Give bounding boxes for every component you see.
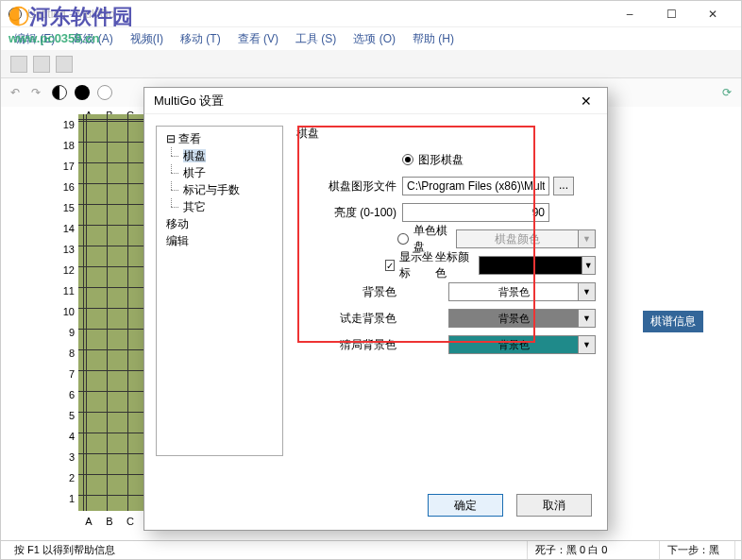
dialog-title: MultiGo 设置 — [154, 93, 224, 110]
menu-options[interactable]: 选项 (O) — [346, 29, 403, 49]
menu-advanced[interactable]: 高级 (A) — [64, 29, 120, 49]
radio-mono-board[interactable] — [397, 233, 408, 245]
trial-bg-dropdown[interactable]: ▼ — [579, 309, 596, 328]
dialog-footer: 确定 取消 — [144, 484, 607, 526]
browse-button[interactable]: ... — [553, 177, 574, 195]
radio-graphic-board[interactable] — [402, 154, 413, 165]
menu-view[interactable]: 查看 (V) — [230, 29, 286, 49]
coord-color-dropdown[interactable]: ▼ — [582, 256, 596, 275]
minimize-button[interactable]: – — [609, 1, 650, 27]
settings-tree[interactable]: 查看 棋盘 棋子 标记与手数 其它 移动 编辑 — [156, 126, 283, 456]
stone-bw-icon[interactable] — [52, 85, 67, 100]
trial-bg-swatch[interactable]: 背景色 — [448, 309, 579, 328]
tree-marks[interactable]: 标记与手数 — [162, 181, 277, 198]
redo-icon[interactable]: ↷ — [31, 86, 44, 99]
tree-board: 棋盘 — [162, 147, 277, 164]
guess-bg-label: 猜局背景色 — [296, 337, 402, 353]
group-board: 棋盘 — [296, 126, 596, 142]
tree-other[interactable]: 其它 — [162, 198, 277, 215]
bg-color-dropdown[interactable]: ▼ — [579, 282, 596, 301]
coords-left: 191817 161514 131211 1098 765 432 1 — [59, 114, 78, 511]
tool-open-icon[interactable] — [10, 56, 27, 73]
maximize-button[interactable]: ☐ — [650, 1, 692, 27]
show-coords-label[interactable]: 显示坐标 — [399, 249, 435, 281]
board-file-input[interactable] — [402, 177, 549, 195]
tree-move[interactable]: 移动 — [162, 215, 277, 232]
board-color-combo: 棋盘颜色▼ — [456, 229, 596, 248]
trial-bg-label: 试走背景色 — [296, 311, 402, 327]
menu-edit[interactable]: 编辑 (E) — [7, 29, 62, 49]
tool-print-icon[interactable] — [56, 56, 73, 73]
coord-color-label: 坐标颜色 — [435, 249, 471, 281]
window-title: Untitled - MultiGo — [27, 8, 115, 21]
board-file-label: 棋盘图形文件 — [296, 178, 402, 195]
menu-tools[interactable]: 工具 (S) — [288, 29, 344, 49]
stone-black-icon[interactable] — [75, 85, 90, 100]
brightness-input[interactable] — [402, 203, 549, 222]
menu-video[interactable]: 视频(I) — [123, 29, 171, 49]
brightness-label: 亮度 (0-100) — [296, 205, 402, 221]
menubar: 编辑 (E) 高级 (A) 视频(I) 移动 (T) 查看 (V) 工具 (S)… — [1, 27, 741, 50]
titlebar: Untitled - MultiGo – ☐ ✕ — [1, 1, 741, 27]
tree-stone[interactable]: 棋子 — [162, 164, 277, 181]
coord-color-swatch[interactable] — [479, 256, 582, 275]
guess-bg-swatch[interactable]: 背景色 — [448, 335, 579, 354]
radio-graphic-label[interactable]: 图形棋盘 — [418, 152, 464, 168]
tree-edit[interactable]: 编辑 — [162, 232, 277, 249]
bg-color-label: 背景色 — [296, 284, 402, 300]
stone-white-icon[interactable] — [97, 85, 112, 100]
settings-dialog: MultiGo 设置 ✕ 查看 棋盘 棋子 标记与手数 其它 移动 编辑 棋盘 … — [143, 87, 608, 531]
status-bar: 按 F1 以得到帮助信息 死子：黑 0 白 0 下一步：黑 — [1, 540, 741, 559]
settings-panel: 棋盘 图形棋盘 棋盘图形文件 ... 亮度 (0-100) 单色棋盘 — [296, 126, 596, 473]
cancel-button[interactable]: 取消 — [516, 494, 592, 517]
status-next: 下一步：黑 — [660, 541, 735, 559]
menu-move[interactable]: 移动 (T) — [173, 29, 228, 49]
tree-view[interactable]: 查看 — [162, 130, 277, 147]
close-button[interactable]: ✕ — [692, 1, 734, 27]
bg-color-swatch[interactable]: 背景色 — [448, 282, 579, 301]
dialog-close-button[interactable]: ✕ — [575, 92, 598, 110]
refresh-icon[interactable]: ⟳ — [722, 86, 732, 99]
status-captured: 死子：黑 0 白 0 — [528, 541, 660, 559]
ok-button[interactable]: 确定 — [428, 494, 503, 517]
undo-icon[interactable]: ↶ — [10, 86, 24, 99]
menu-help[interactable]: 帮助 (H) — [405, 29, 462, 49]
guess-bg-dropdown[interactable]: ▼ — [579, 335, 596, 354]
toolbar-main — [1, 50, 741, 78]
dialog-titlebar: MultiGo 设置 ✕ — [144, 88, 607, 114]
tool-save-icon[interactable] — [33, 56, 50, 73]
app-icon — [8, 8, 22, 21]
status-help: 按 F1 以得到帮助信息 — [7, 541, 528, 559]
show-coords-checkbox[interactable] — [385, 260, 395, 271]
info-panel-tab[interactable]: 棋谱信息 — [643, 311, 703, 332]
